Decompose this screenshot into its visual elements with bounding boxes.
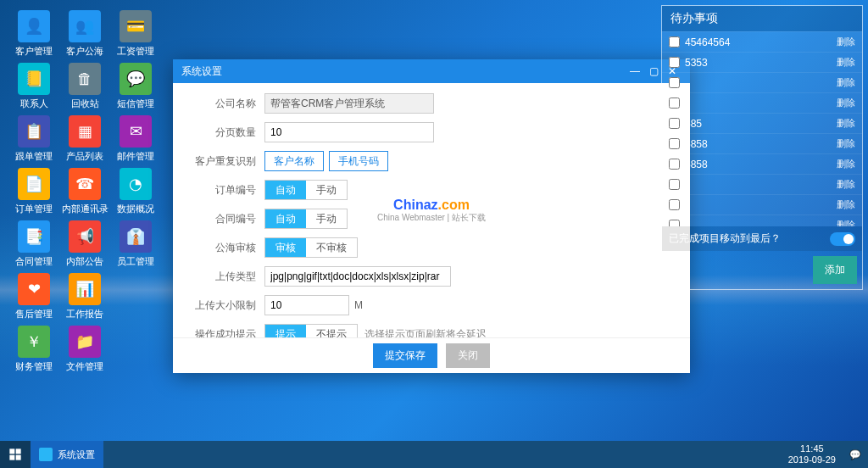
desktop-icon-19[interactable]: 📁文件管理 [61, 326, 108, 373]
todo-checkbox[interactable] [669, 98, 680, 109]
todo-checkbox[interactable] [669, 118, 680, 129]
todo-checkbox[interactable] [669, 179, 680, 190]
maximize-icon[interactable]: ▢ [644, 65, 663, 77]
todo-delete-button[interactable]: 删除 [837, 137, 855, 150]
todo-delete-button[interactable]: 删除 [837, 178, 855, 191]
desktop-icon-7[interactable]: ▦产品列表 [61, 115, 108, 163]
todo-delete-button[interactable]: 删除 [837, 219, 855, 226]
minimize-icon[interactable]: — [626, 65, 644, 77]
upload-type-input[interactable] [264, 266, 451, 287]
dedup-option-name[interactable]: 客户名称 [264, 151, 324, 171]
todo-item: 删除 [662, 174, 862, 194]
todo-checkbox[interactable] [669, 138, 680, 149]
order-no-segmented: 自动 手动 [264, 180, 348, 200]
taskbar-active-task[interactable]: 系统设置 [31, 441, 103, 468]
dedup-option-phone[interactable]: 手机号码 [329, 151, 388, 171]
success-tip-no[interactable]: 不提示 [306, 325, 357, 337]
label-success-tip: 操作成功提示 [190, 327, 256, 338]
app-icon-label: 文件管理 [66, 360, 103, 373]
start-button[interactable] [0, 441, 31, 468]
todo-delete-button[interactable]: 删除 [837, 117, 855, 130]
desktop-icon-0[interactable]: 👤客户管理 [10, 10, 58, 58]
close-button[interactable]: 关闭 [446, 343, 490, 368]
window-titlebar[interactable]: 系统设置 — ▢ ✕ [173, 59, 690, 83]
todo-list: 45464564删除5353删除删除删除585删除5858删除5858删除删除删… [662, 31, 862, 226]
order-no-auto[interactable]: 自动 [265, 181, 306, 199]
desktop-icon-15[interactable]: ❤售后管理 [10, 273, 58, 320]
taskbar: 系统设置 11:45 2019-09-29 💬 [0, 441, 868, 468]
desktop-icon-11[interactable]: ◔数据概况 [112, 168, 159, 215]
app-icon: 📋 [18, 115, 50, 148]
desktop-icon-18[interactable]: ￥财务管理 [10, 326, 58, 373]
label-upload-size: 上传大小限制 [190, 298, 256, 313]
app-icon: 📊 [69, 273, 101, 305]
svg-rect-1 [16, 448, 21, 454]
desktop-icon-10[interactable]: ☎内部通讯录 [61, 168, 108, 215]
desktop-icon-4[interactable]: 🗑回收站 [61, 63, 108, 110]
contract-no-manual[interactable]: 手动 [306, 209, 347, 228]
todo-item: 删除 [662, 72, 862, 92]
pagesize-input[interactable] [264, 122, 434, 142]
todo-checkbox[interactable] [669, 36, 680, 47]
desktop-icon-13[interactable]: 📢内部公告 [61, 220, 108, 268]
sea-audit-no[interactable]: 不审核 [306, 238, 357, 257]
clock-time: 11:45 [788, 443, 836, 454]
notification-tray-icon[interactable]: 💬 [843, 449, 868, 460]
svg-rect-2 [9, 455, 14, 460]
todo-checkbox[interactable] [669, 57, 680, 68]
app-icon-label: 内部通讯录 [62, 203, 108, 215]
submit-button[interactable]: 提交保存 [373, 343, 437, 368]
todo-item: 585删除 [662, 113, 862, 133]
contract-no-segmented: 自动 手动 [264, 209, 348, 229]
todo-text: 5858 [685, 159, 837, 170]
desktop-icon-12[interactable]: 📑合同管理 [10, 220, 58, 268]
todo-checkbox[interactable] [669, 159, 680, 170]
app-icon: 👤 [18, 10, 50, 42]
todo-delete-button[interactable]: 删除 [837, 76, 855, 89]
app-icon-label: 合同管理 [15, 255, 53, 268]
app-icon: ✉ [120, 115, 152, 148]
desktop-icon-grid: 👤客户管理👥客户公海💳工资管理📒联系人🗑回收站💬短信管理📋跟单管理▦产品列表✉邮… [10, 10, 159, 373]
desktop-icon-5[interactable]: 💬短信管理 [112, 63, 159, 110]
taskbar-clock[interactable]: 11:45 2019-09-29 [782, 443, 843, 465]
todo-delete-button[interactable]: 删除 [837, 158, 855, 170]
desktop-icon-14[interactable]: 👔员工管理 [112, 220, 159, 268]
todo-delete-button[interactable]: 删除 [837, 56, 855, 69]
label-company: 公司名称 [190, 97, 256, 111]
sea-audit-yes[interactable]: 审核 [265, 238, 306, 257]
order-no-manual[interactable]: 手动 [306, 181, 347, 199]
label-order-no: 订单编号 [190, 183, 256, 198]
todo-checkbox[interactable] [669, 77, 680, 88]
todo-delete-button[interactable]: 删除 [837, 36, 855, 48]
todo-delete-button[interactable]: 删除 [837, 198, 855, 211]
app-icon: ☎ [69, 168, 101, 200]
window-body: Chinaz.com China Webmaster | 站长下载 公司名称 分… [173, 83, 690, 337]
todo-move-done-toggle[interactable] [830, 232, 855, 246]
app-icon-label: 产品列表 [66, 150, 103, 163]
desktop-icon-3[interactable]: 📒联系人 [10, 63, 58, 110]
desktop-icon-6[interactable]: 📋跟单管理 [10, 115, 58, 163]
todo-delete-button[interactable]: 删除 [837, 97, 855, 109]
app-icon-label: 邮件管理 [117, 150, 154, 163]
app-icon-label: 短信管理 [117, 98, 154, 110]
windows-icon [8, 448, 22, 461]
desktop-icon-2[interactable]: 💳工资管理 [112, 10, 159, 58]
todo-item: 删除 [662, 194, 862, 214]
contract-no-auto[interactable]: 自动 [265, 209, 306, 228]
desktop-icon-16[interactable]: 📊工作报告 [61, 273, 108, 320]
svg-rect-0 [9, 448, 14, 454]
system-settings-window: 系统设置 — ▢ ✕ Chinaz.com China Webmaster | … [173, 59, 690, 373]
app-icon: 💳 [120, 10, 152, 42]
app-icon-label: 客户公海 [66, 45, 103, 58]
todo-add-button[interactable]: 添加 [813, 256, 857, 284]
app-icon: ▦ [69, 115, 101, 148]
todo-panel: 待办事项 45464564删除5353删除删除删除585删除5858删除5858… [661, 5, 863, 290]
upload-size-input[interactable] [264, 295, 349, 315]
todo-text: 5858 [685, 138, 837, 150]
success-tip-yes[interactable]: 提示 [265, 325, 306, 337]
todo-checkbox[interactable] [669, 220, 680, 226]
desktop-icon-1[interactable]: 👥客户公海 [61, 10, 108, 58]
desktop-icon-9[interactable]: 📄订单管理 [10, 168, 58, 215]
todo-checkbox[interactable] [669, 199, 680, 210]
desktop-icon-8[interactable]: ✉邮件管理 [112, 115, 159, 163]
